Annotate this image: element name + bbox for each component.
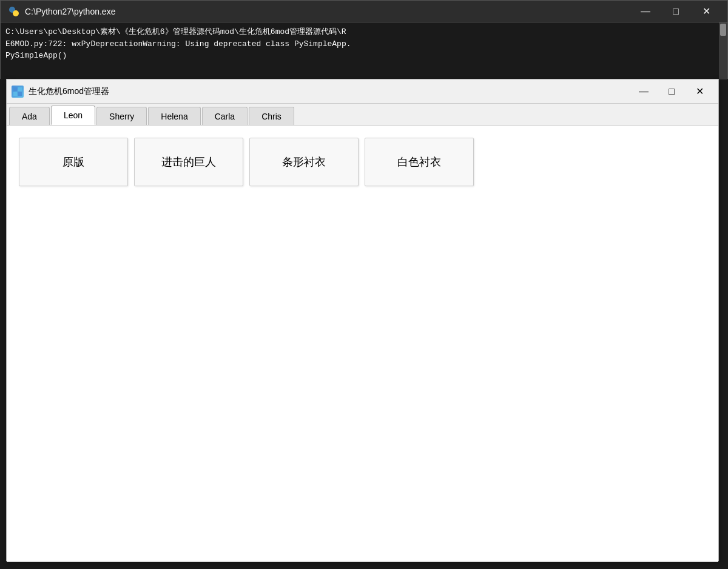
app-icon <box>12 86 24 98</box>
mod-titan-button[interactable]: 进击的巨人 <box>134 138 243 186</box>
svg-rect-7 <box>18 92 22 96</box>
svg-rect-6 <box>13 92 17 96</box>
terminal-maximize-button[interactable]: □ <box>662 3 690 20</box>
app-minimize-button[interactable]: — <box>630 82 658 101</box>
app-close-button[interactable]: ✕ <box>686 82 713 101</box>
terminal-scrollbar-thumb <box>720 24 726 36</box>
svg-rect-4 <box>13 87 17 91</box>
terminal-window: C:\Python27\python.exe — □ ✕ C:\Users\pc… <box>0 0 728 79</box>
terminal-line-2: E6MOD.py:722: wxPyDeprecationWarning: Us… <box>5 38 723 50</box>
tab-ada[interactable]: Ada <box>9 107 50 125</box>
tab-sherry-label: Sherry <box>109 112 134 121</box>
app-controls: — □ ✕ <box>630 82 713 101</box>
mod-titan-label: 进击的巨人 <box>161 155 216 169</box>
app-title-left: 生化危机6mod管理器 <box>12 86 109 98</box>
tab-ada-label: Ada <box>22 112 37 121</box>
terminal-minimize-button[interactable]: — <box>632 3 659 20</box>
tab-chris[interactable]: Chris <box>249 107 294 125</box>
svg-rect-5 <box>18 87 22 91</box>
tab-leon-label: Leon <box>64 110 83 120</box>
mod-white-shirt-button[interactable]: 白色衬衣 <box>365 138 474 186</box>
terminal-controls: — □ ✕ <box>632 3 720 20</box>
terminal-scrollbar[interactable] <box>719 22 727 79</box>
terminal-titlebar: C:\Python27\python.exe — □ ✕ <box>1 1 727 22</box>
tab-helena[interactable]: Helena <box>148 107 200 125</box>
terminal-close-button[interactable]: ✕ <box>692 3 720 20</box>
terminal-title-text: C:\Python27\python.exe <box>25 7 115 16</box>
tab-helena-label: Helena <box>161 112 187 121</box>
tab-carla[interactable]: Carla <box>202 107 248 125</box>
python-icon <box>8 5 20 18</box>
tab-leon[interactable]: Leon <box>51 106 95 125</box>
mod-white-shirt-label: 白色衬衣 <box>397 155 441 169</box>
svg-rect-3 <box>15 12 17 15</box>
tab-sherry[interactable]: Sherry <box>96 107 147 125</box>
content-area: 原版 进击的巨人 条形衬衣 白色衬衣 <box>7 126 718 562</box>
tab-carla-label: Carla <box>215 112 235 121</box>
terminal-line-3: PySimpleApp() <box>5 50 723 62</box>
mod-original-button[interactable]: 原版 <box>19 138 128 186</box>
mod-original-label: 原版 <box>62 155 84 169</box>
app-title-text: 生化危机6mod管理器 <box>29 86 109 97</box>
app-maximize-button[interactable]: □ <box>658 82 686 101</box>
tab-chris-label: Chris <box>261 112 281 121</box>
tab-bar: Ada Leon Sherry Helena Carla Chris <box>7 104 718 126</box>
terminal-title-left: C:\Python27\python.exe <box>8 5 115 18</box>
app-window: 生化危机6mod管理器 — □ ✕ Ada Leon Sherry Helena… <box>6 79 719 561</box>
terminal-body: C:\Users\pc\Desktop\素材\《生化危机6》管理器源代码mod\… <box>1 22 727 79</box>
mod-striped-shirt-button[interactable]: 条形衬衣 <box>249 138 359 186</box>
mod-striped-shirt-label: 条形衬衣 <box>282 155 326 169</box>
app-titlebar: 生化危机6mod管理器 — □ ✕ <box>7 79 718 104</box>
svg-rect-2 <box>11 8 13 11</box>
terminal-line-1: C:\Users\pc\Desktop\素材\《生化危机6》管理器源代码mod\… <box>5 26 723 38</box>
app-icon-svg <box>13 87 22 96</box>
